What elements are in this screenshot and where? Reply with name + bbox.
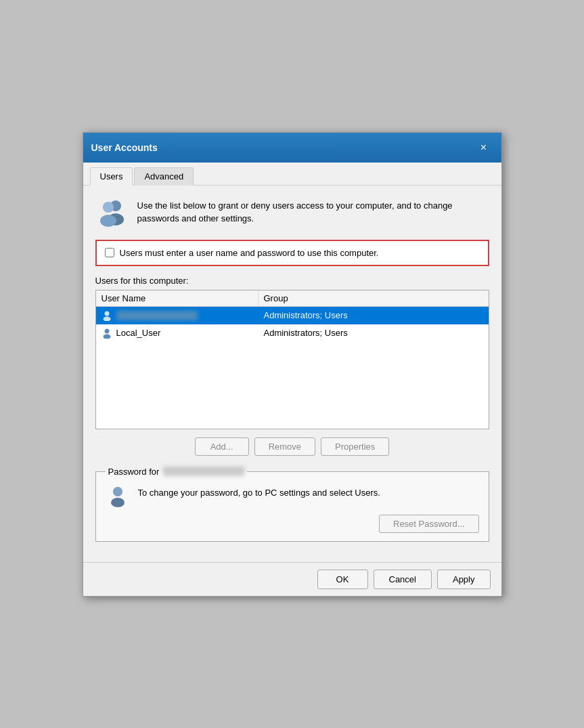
title-bar-title: User Accounts bbox=[91, 142, 158, 153]
add-button[interactable]: Add... bbox=[195, 437, 249, 456]
svg-point-8 bbox=[103, 334, 110, 339]
col-username: User Name bbox=[96, 291, 259, 306]
close-button[interactable]: × bbox=[474, 138, 493, 157]
dialog-title: User Accounts bbox=[91, 142, 158, 153]
password-user-icon bbox=[106, 484, 130, 508]
user-group-cell: Administrators; Users bbox=[259, 307, 489, 324]
title-bar: User Accounts × bbox=[83, 133, 501, 163]
users-section-label: Users for this computer: bbox=[95, 276, 489, 286]
col-group: Group bbox=[259, 291, 489, 306]
action-buttons: Add... Remove Properties bbox=[95, 437, 489, 456]
reset-password-button[interactable]: Reset Password... bbox=[379, 515, 479, 533]
password-content: To change your password, go to PC settin… bbox=[106, 484, 479, 508]
password-description: To change your password, go to PC settin… bbox=[138, 484, 380, 500]
remove-button[interactable]: Remove bbox=[254, 437, 315, 456]
ok-button[interactable]: OK bbox=[317, 570, 368, 589]
user-name-cell: Local_User bbox=[96, 324, 259, 342]
svg-point-3 bbox=[100, 215, 116, 227]
blurred-username bbox=[116, 311, 198, 320]
tab-advanced[interactable]: Advanced bbox=[134, 167, 194, 186]
password-section: Password for To change your password, go… bbox=[95, 467, 489, 542]
table-row[interactable]: Administrators; Users bbox=[96, 307, 489, 324]
svg-point-6 bbox=[103, 316, 110, 321]
description-text: Use the list below to grant or deny user… bbox=[137, 196, 489, 226]
apply-button[interactable]: Apply bbox=[437, 570, 491, 589]
svg-point-5 bbox=[104, 311, 109, 316]
require-password-label[interactable]: Users must enter a user name and passwor… bbox=[120, 248, 379, 258]
main-content: Use the list below to grant or deny user… bbox=[83, 186, 501, 562]
require-password-row: Users must enter a user name and passwor… bbox=[95, 240, 489, 266]
tab-users[interactable]: Users bbox=[90, 167, 133, 186]
svg-point-10 bbox=[111, 498, 125, 507]
dialog-footer: OK Cancel Apply bbox=[83, 562, 501, 596]
table-body: Administrators; Users Local_User Adminis… bbox=[96, 307, 489, 429]
username-local: Local_User bbox=[116, 328, 161, 338]
svg-point-11 bbox=[113, 487, 122, 496]
users-icon bbox=[95, 196, 128, 229]
table-row[interactable]: Local_User Administrators; Users bbox=[96, 324, 489, 342]
cancel-button[interactable]: Cancel bbox=[374, 570, 432, 589]
tab-bar: Users Advanced bbox=[83, 163, 501, 186]
password-legend: Password for bbox=[106, 467, 248, 477]
user-row-icon bbox=[102, 328, 112, 339]
user-group-cell: Administrators; Users bbox=[259, 324, 489, 341]
user-table: User Name Group Administrators; Users bbox=[95, 290, 489, 429]
user-accounts-dialog: User Accounts × Users Advanced bbox=[83, 132, 502, 597]
description-row: Use the list below to grant or deny user… bbox=[95, 196, 489, 229]
table-header: User Name Group bbox=[96, 291, 489, 307]
user-row-icon bbox=[102, 310, 112, 321]
svg-point-7 bbox=[104, 328, 109, 333]
properties-button[interactable]: Properties bbox=[321, 437, 389, 456]
password-legend-prefix: Password for bbox=[108, 467, 160, 477]
svg-point-4 bbox=[103, 202, 114, 213]
user-name-cell bbox=[96, 307, 259, 324]
require-password-checkbox[interactable] bbox=[105, 248, 114, 257]
reset-password-row: Reset Password... bbox=[106, 515, 479, 533]
password-username-blurred bbox=[163, 467, 244, 476]
